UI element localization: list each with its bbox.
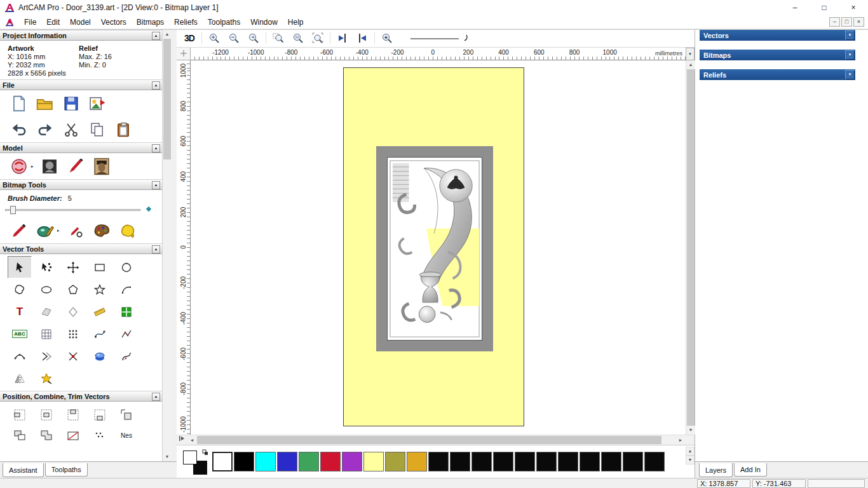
menu-model[interactable]: Model [65,16,96,29]
circle-tool-icon[interactable] [114,256,139,278]
panel-vectors[interactable]: Vectors ▼ [700,30,855,41]
menu-window[interactable]: Window [245,16,283,29]
palette-swatch-7[interactable] [363,452,384,471]
import-image-icon[interactable] [87,93,107,114]
menu-bitmaps[interactable]: Bitmaps [132,16,169,29]
open-file-icon[interactable] [35,93,55,114]
load-relief-icon[interactable] [9,156,29,177]
weld-vectors-icon[interactable] [34,425,58,446]
extrude-tool-icon[interactable] [88,345,112,367]
collapse-bitmap-button[interactable]: ▲ [152,181,160,189]
trim-tool-icon[interactable] [61,345,85,367]
scroll-down-button[interactable]: ▼ [163,452,172,461]
colour-palette-icon[interactable] [92,220,112,241]
minimize-button[interactable]: – [780,0,810,15]
mirror-tool-icon[interactable] [8,367,32,390]
palette-swatch-5[interactable] [320,452,341,471]
primary-color-swatch[interactable] [183,451,197,464]
scroll-up-button[interactable]: ▲ [686,60,695,69]
collapse-vector-button[interactable]: ▲ [152,245,160,254]
freeform-tool-icon[interactable] [8,278,32,301]
rectangle-tool-icon[interactable] [88,256,112,278]
panel-bitmaps[interactable]: Bitmaps ▼ [700,50,855,60]
palette-scrollbar[interactable]: ▲ ▼ [686,447,695,464]
distort-tool-icon[interactable] [34,367,58,390]
assistant-scrollbar[interactable]: ▲ ▼ [163,30,172,461]
previous-view-icon[interactable] [335,30,350,46]
transform-tool-icon[interactable] [61,256,85,278]
sculpt-icon[interactable] [65,156,86,177]
canvas-v-scrollbar[interactable]: ▲ ▼ [686,60,695,435]
paste-icon[interactable] [113,119,133,140]
bezier-tool-icon[interactable] [114,345,139,367]
restore-button[interactable]: □ [810,0,839,15]
zoom-out-icon[interactable] [226,30,241,46]
scroll-down-button[interactable]: ▼ [686,426,695,435]
menu-vectors[interactable]: Vectors [96,16,132,29]
palette-swatch-1[interactable] [234,452,254,471]
swap-colors-icon[interactable] [202,449,208,456]
ellipse-tool-icon[interactable] [34,278,58,301]
palette-swatch-2[interactable] [255,452,276,471]
greyscale-view-icon[interactable] [39,156,60,177]
menu-help[interactable]: Help [283,16,309,29]
model-area[interactable] [343,67,524,426]
scroll-up-button[interactable]: ▲ [163,30,172,39]
group-vectors-icon[interactable] [8,425,32,446]
measure-tool-icon[interactable] [88,301,112,323]
menu-edit[interactable]: Edit [41,16,65,29]
expand-bitmaps-button[interactable]: ▼ [845,50,855,60]
scrollbar-thumb[interactable] [687,69,695,426]
expand-reliefs-button[interactable]: ▼ [845,70,855,79]
zoom-in-icon[interactable] [207,30,222,46]
node-curve-icon[interactable] [88,323,112,345]
zoom-previous-icon[interactable] [246,30,261,46]
diamond-tool-icon[interactable] [61,301,85,323]
scroll-up-button[interactable]: ▲ [686,447,695,456]
polygon-tool-icon[interactable] [61,278,85,301]
array-dots-icon[interactable] [88,425,112,446]
zoom-actual-icon[interactable] [290,30,306,46]
palette-swatch-0[interactable] [212,452,233,471]
palette-swatch-16[interactable] [558,452,578,471]
slice-vectors-icon[interactable] [61,425,85,446]
redo-icon[interactable] [35,119,55,140]
scroll-left-button[interactable]: ◄ [187,435,197,445]
copy-icon[interactable] [87,119,107,140]
canvas-h-scrollbar[interactable]: ◄ ► [177,435,695,445]
collapse-position-button[interactable]: ▲ [152,393,160,401]
save-file-icon[interactable] [61,93,81,114]
draw-icon[interactable] [35,220,55,241]
collapse-file-button[interactable]: ▲ [152,81,160,90]
scrollbar-thumb[interactable] [163,39,171,159]
mdi-minimize-button[interactable]: – [829,17,840,27]
palette-swatch-8[interactable] [385,452,405,471]
face-photo-icon[interactable] [92,156,112,177]
drawing-canvas[interactable] [191,60,686,435]
palette-swatch-12[interactable] [471,452,492,471]
menu-reliefs[interactable]: Reliefs [169,16,203,29]
scroll-down-button[interactable]: ▼ [686,456,695,464]
text-tool-icon[interactable]: T [8,301,32,323]
scroll-edge-button[interactable] [177,435,187,445]
next-view-icon[interactable] [355,30,370,46]
offset-tool-icon[interactable] [34,345,58,367]
node-edit-tool-icon[interactable] [34,256,58,278]
align-left-icon[interactable] [8,404,32,425]
panel-reliefs[interactable]: Reliefs ▼ [700,69,855,80]
scrollbar-thumb[interactable] [197,436,661,444]
slider-thumb[interactable] [10,206,16,214]
scroll-right-button[interactable]: ► [675,435,686,445]
text-abc-icon[interactable]: ABC [8,323,32,345]
mesh-grid-icon[interactable] [34,323,58,345]
palette-swatch-20[interactable] [644,452,665,471]
align-top-icon[interactable] [61,404,85,425]
palette-swatch-14[interactable] [515,452,535,471]
tab-layers[interactable]: Layers [699,463,733,477]
brush-diameter-slider[interactable] [5,205,140,215]
ruler-origin-icon[interactable] [177,48,191,60]
tab-assistant[interactable]: Assistant [3,463,44,477]
toggle-3d-view-button[interactable]: 3D [182,30,197,46]
tab-add-in[interactable]: Add In [734,463,767,477]
block-copy-icon[interactable] [61,323,85,345]
